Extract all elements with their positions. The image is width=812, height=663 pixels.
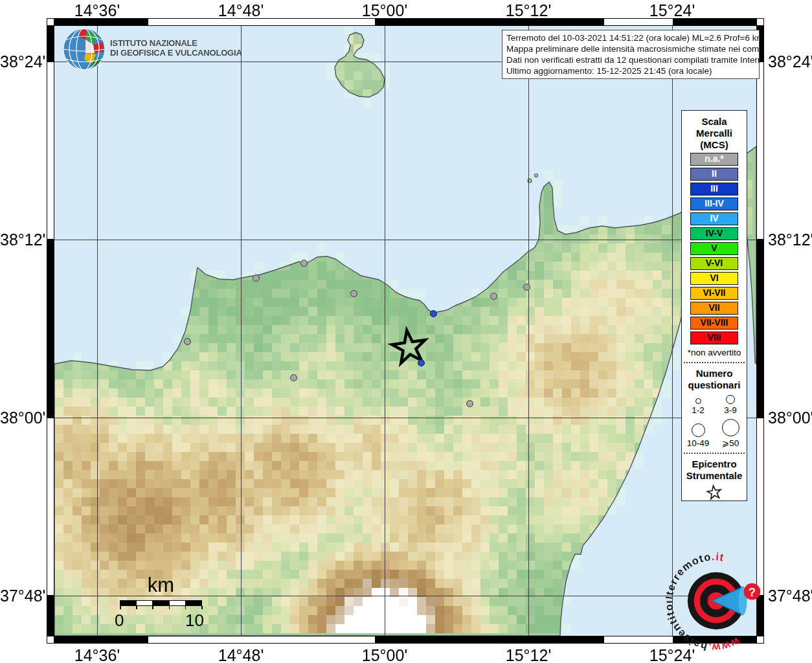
size-circle-50 xyxy=(722,419,739,436)
info-line-event: Terremoto del 10-03-2021 14:51:22 (ora l… xyxy=(506,32,755,43)
report-dot-na xyxy=(523,284,530,291)
epicenter-star-icon xyxy=(706,484,723,501)
scalebar-tick xyxy=(120,606,121,609)
size-label-3-9: 3-9 xyxy=(714,405,747,415)
legend-title-line3: (MCS) xyxy=(682,139,747,151)
axis-label-right-3: 37°48' xyxy=(768,587,812,605)
axis-label-bottom-3: 15°12' xyxy=(506,646,551,663)
report-dot-na xyxy=(300,260,308,267)
scalebar-end-label: 10 xyxy=(185,611,204,631)
legend-footnote: *non avvertito xyxy=(682,348,747,357)
axis-label-left-0: 38°24' xyxy=(0,52,43,71)
mcs-swatch-vii-viii: VII-VIII xyxy=(690,317,738,330)
axis-label-bottom-0: 14°36' xyxy=(74,646,120,663)
epicenter-title-line2: Strumentale xyxy=(682,470,747,482)
mcs-swatch-n-a-: n.a.* xyxy=(690,153,738,166)
legend-title-line1: Scala xyxy=(682,116,747,128)
mcs-swatch-vi-vii: VI-VII xyxy=(690,287,738,300)
info-line-map: Mappa preliminare delle intensità macros… xyxy=(506,43,755,54)
size-circle-1-2 xyxy=(695,398,701,404)
axis-label-left-1: 38°12' xyxy=(0,230,43,249)
mcs-swatch-v: V xyxy=(690,242,738,255)
legend-divider-1 xyxy=(684,362,745,363)
ingv-logo-text: ISTITUTO NAZIONALE DI GEOFISICA E VULCAN… xyxy=(110,38,242,58)
legend-title-line2: Mercalli xyxy=(682,128,747,139)
report-dot-na xyxy=(350,290,357,297)
scalebar-tick xyxy=(201,606,203,609)
scalebar-tick xyxy=(152,606,153,609)
ingv-logo-line1: ISTITUTO NAZIONALE xyxy=(110,38,242,48)
mcs-swatch-viii: VIII xyxy=(690,332,738,344)
mcs-swatches: n.a.*IIIIIIII-IVIVIV-VVV-VIVIVI-VIIVIIVI… xyxy=(682,153,747,344)
info-line-update: Ultimo aggiornamento: 15-12-2025 21:45 (… xyxy=(506,65,755,76)
mcs-swatch-ii: II xyxy=(690,168,738,181)
axis-label-bottom-1: 14°48' xyxy=(218,646,264,663)
scalebar-start-label: 0 xyxy=(115,611,124,631)
axis-label-bottom-2: 15°00' xyxy=(362,646,407,663)
size-label-50: ⩾50 xyxy=(714,438,747,448)
size-item-3-9: 3-9 xyxy=(714,395,747,415)
mcs-swatch-iii-iv: III-IV xyxy=(690,197,738,210)
info-line-data: Dati non verificati estratti da 12 quest… xyxy=(506,54,755,65)
size-circle-10-49 xyxy=(692,423,705,437)
mcs-swatch-iii: III xyxy=(690,183,738,196)
ingv-globe-icon xyxy=(62,27,106,71)
watermark-www: www. xyxy=(707,635,743,651)
axis-label-right-1: 38°12' xyxy=(768,230,812,249)
axis-label-right-0: 38°24' xyxy=(768,52,812,71)
legend-divider-2 xyxy=(684,453,745,454)
questionnaires-title-line2: questionari xyxy=(682,379,747,391)
size-circle-3-9 xyxy=(726,395,735,404)
epicenter-title-line1: Epicentro xyxy=(682,458,747,470)
watermark-tld: .it xyxy=(712,550,725,563)
report-dot-na xyxy=(184,338,191,345)
scalebar-tick xyxy=(136,606,137,609)
size-item-10-49: 10-49 xyxy=(682,423,714,448)
report-dot-na xyxy=(466,400,473,407)
axis-label-left-3: 37°48' xyxy=(0,587,43,605)
report-dot-na xyxy=(290,374,297,381)
size-item-50: ⩾50 xyxy=(714,419,747,448)
questionnaires-title-line1: Numero xyxy=(682,368,747,379)
axis-label-top-1: 14°48' xyxy=(218,1,264,20)
axis-label-top-0: 14°36' xyxy=(74,1,120,20)
legend-panel: Scala Mercalli (MCS) n.a.*IIIIIIII-IVIVI… xyxy=(681,110,747,501)
report-dot-felt xyxy=(430,310,437,317)
scalebar xyxy=(120,600,202,606)
scalebar-tick xyxy=(185,606,186,609)
scalebar-tick xyxy=(169,606,170,609)
mcs-swatch-v-vi: V-VI xyxy=(690,257,738,270)
mcs-swatch-vi: VI xyxy=(690,272,738,285)
ingv-logo-line2: DI GEOFISICA E VULCANOLOGIA xyxy=(110,48,242,58)
size-item-1-2: 1-2 xyxy=(682,398,714,415)
scalebar-segment xyxy=(153,601,168,605)
axis-label-left-2: 38°00' xyxy=(0,409,43,427)
mcs-swatch-iv-v: IV-V xyxy=(690,227,738,240)
watermark-question-mark: ? xyxy=(749,585,756,599)
scalebar-unit: km xyxy=(120,574,202,597)
earthquake-info-box: Terremoto del 10-03-2021 14:51:22 (ora l… xyxy=(502,30,760,79)
scalebar-segment xyxy=(120,601,136,605)
epicenter-star-marker xyxy=(387,325,432,370)
scalebar-segment xyxy=(169,601,186,605)
haisentitoilterremoto-watermark: ? www.haisentitoilterremoto.it xyxy=(666,550,767,651)
scalebar-segment xyxy=(186,601,201,605)
report-dot-na xyxy=(253,275,260,282)
axis-label-top-3: 15°12' xyxy=(506,1,551,20)
axis-label-right-2: 38°00' xyxy=(768,409,812,427)
mcs-swatch-vii: VII xyxy=(690,302,738,315)
report-dot-na xyxy=(490,293,497,300)
report-dot-felt xyxy=(418,359,425,366)
axis-label-top-4: 15°24' xyxy=(649,1,695,20)
size-label-10-49: 10-49 xyxy=(682,438,714,448)
size-label-1-2: 1-2 xyxy=(682,405,714,415)
axis-label-top-2: 15°00' xyxy=(362,1,407,20)
scalebar-segment xyxy=(136,601,153,605)
mcs-swatch-iv: IV xyxy=(690,212,738,225)
